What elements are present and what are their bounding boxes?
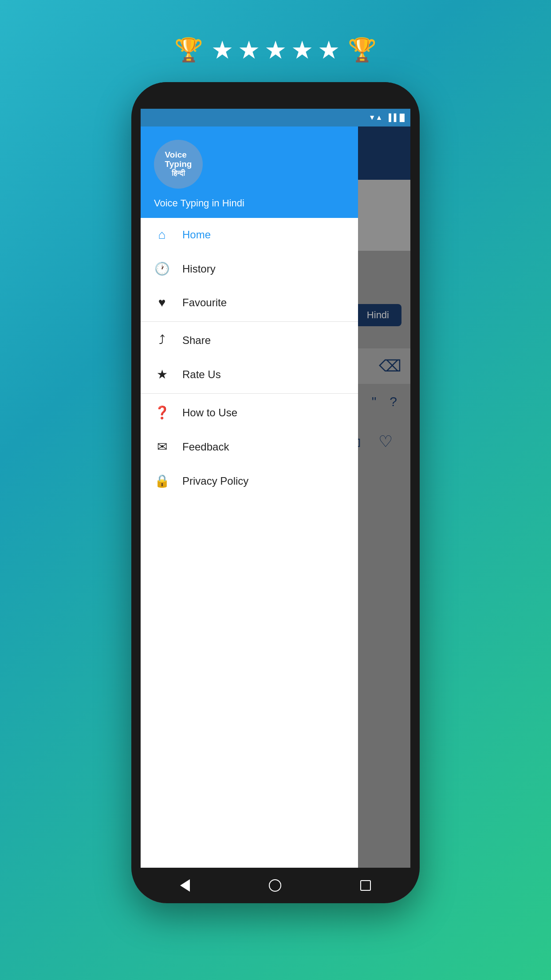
phone-frame: ▼▲ ▐▐ ▉ त करो| Hindi ⌫ " ? bbox=[131, 82, 420, 903]
star-5: ★ bbox=[318, 36, 340, 64]
star-2: ★ bbox=[238, 36, 260, 64]
star-1: ★ bbox=[211, 36, 233, 64]
drawer-item-history[interactable]: 🕐 History bbox=[141, 252, 358, 286]
favourite-label: Favourite bbox=[182, 296, 227, 309]
history-label: History bbox=[182, 263, 216, 275]
home-icon: ⌂ bbox=[154, 228, 170, 242]
trophy-left-icon: 🏆 bbox=[174, 36, 203, 63]
battery-icon: ▉ bbox=[400, 114, 405, 122]
drawer-item-rate-us[interactable]: ★ Rate Us bbox=[141, 357, 358, 391]
wifi-icon: ▼▲ bbox=[369, 114, 383, 122]
screen: ▼▲ ▐▐ ▉ त करो| Hindi ⌫ " ? bbox=[141, 109, 410, 903]
back-button[interactable] bbox=[180, 879, 190, 892]
logo-text-en: VoiceTyping bbox=[165, 150, 192, 169]
drawer-header: VoiceTyping हिन्दी Voice Typing in Hindi bbox=[141, 126, 358, 218]
recent-button[interactable] bbox=[360, 880, 371, 891]
favourite-icon: ♥ bbox=[154, 296, 170, 310]
rate-us-icon: ★ bbox=[154, 367, 170, 382]
divider-1 bbox=[141, 321, 358, 322]
feedback-icon: ✉ bbox=[154, 439, 170, 454]
history-icon: 🕐 bbox=[154, 261, 170, 276]
trophy-right-icon: 🏆 bbox=[348, 36, 377, 63]
share-icon: ⤴ bbox=[154, 333, 170, 348]
phone-top-bezel bbox=[131, 82, 420, 109]
drawer-app-name: Voice Typing in Hindi bbox=[154, 198, 244, 209]
privacy-policy-icon: 🔒 bbox=[154, 474, 170, 488]
how-to-use-icon: ❓ bbox=[154, 405, 170, 420]
logo-text-hi: हिन्दी bbox=[172, 169, 185, 178]
home-button[interactable] bbox=[269, 879, 281, 892]
drawer-item-home[interactable]: ⌂ Home bbox=[141, 218, 358, 252]
divider-2 bbox=[141, 393, 358, 394]
status-bar: ▼▲ ▐▐ ▉ bbox=[141, 109, 410, 126]
app-content: त करो| Hindi ⌫ " ? ⧉ ♡ bbox=[141, 126, 410, 868]
rating-row: 🏆 ★ ★ ★ ★ ★ 🏆 bbox=[174, 36, 377, 64]
drawer-item-favourite[interactable]: ♥ Favourite bbox=[141, 286, 358, 320]
drawer-item-privacy-policy[interactable]: 🔒 Privacy Policy bbox=[141, 464, 358, 498]
navigation-drawer: VoiceTyping हिन्दी Voice Typing in Hindi… bbox=[141, 126, 358, 868]
drawer-item-share[interactable]: ⤴ Share bbox=[141, 324, 358, 357]
phone-bottom-nav bbox=[141, 868, 410, 903]
star-3: ★ bbox=[264, 36, 287, 64]
app-logo: VoiceTyping हिन्दी bbox=[154, 140, 203, 189]
drawer-item-feedback[interactable]: ✉ Feedback bbox=[141, 430, 358, 464]
stars-container: ★ ★ ★ ★ ★ bbox=[211, 36, 340, 64]
how-to-use-label: How to Use bbox=[182, 407, 237, 419]
signal-icon: ▐▐ bbox=[386, 114, 396, 122]
privacy-policy-label: Privacy Policy bbox=[182, 475, 248, 487]
star-4: ★ bbox=[291, 36, 313, 64]
drawer-item-how-to-use[interactable]: ❓ How to Use bbox=[141, 395, 358, 430]
drawer-body: ⌂ Home 🕐 History ♥ Favourite bbox=[141, 218, 358, 868]
rate-us-label: Rate Us bbox=[182, 368, 221, 381]
feedback-label: Feedback bbox=[182, 441, 229, 453]
share-label: Share bbox=[182, 334, 211, 347]
dim-overlay bbox=[358, 126, 410, 868]
home-label: Home bbox=[182, 229, 211, 241]
